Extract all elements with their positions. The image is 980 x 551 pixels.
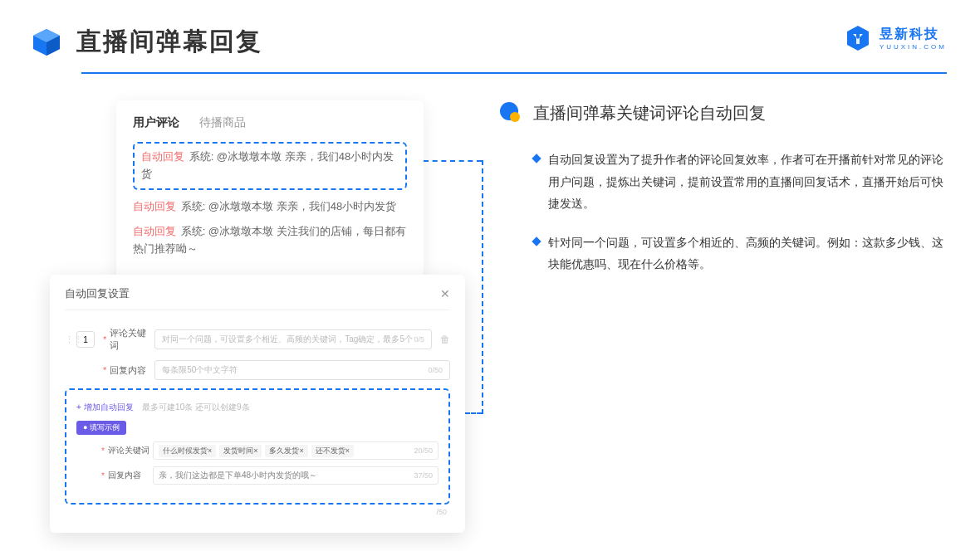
content-label: 回复内容 [110,364,154,377]
add-reply-link[interactable]: + 增加自动回复 [76,402,134,412]
chip[interactable]: 还不发货× [311,445,354,457]
brand-logo: 昱新科技 YUUXIN.COM [843,23,947,53]
connector [482,160,483,414]
close-icon[interactable]: ✕ [440,287,450,300]
bullet-item: 自动回复设置为了提升作者的评论回复效率，作者可在开播前针对常见的评论用户问题，提… [533,149,947,215]
brand-icon [843,23,873,53]
char-count: 0/5 [414,335,424,344]
char-count: 0/50 [428,366,443,374]
char-count: 37/50 [414,471,433,480]
brand-url: YUUXIN.COM [880,43,947,51]
page-title: 直播间弹幕回复 [76,25,262,59]
ex-content-label: 回复内容 [108,470,153,481]
reply-line: 自动回复 系统: @冰墩墩本墩 亲亲，我们48小时内发货 [133,198,407,216]
ex-content-input[interactable]: 亲，我们这边都是下单48小时内发货的哦～ 37/50 [153,466,439,485]
svg-point-4 [510,112,520,122]
reply-line: 自动回复 系统: @冰墩墩本墩 关注我们的店铺，每日都有热门推荐呦～ [133,223,407,258]
chip[interactable]: 多久发货× [265,445,307,457]
section-title: 直播间弹幕关键词评论自动回复 [533,102,766,124]
example-box: + 增加自动回复 最多可建10条 还可以创建9条 ● 填写示例 * 评论关键词 … [65,388,450,505]
add-hint: 最多可建10条 还可以创建9条 [142,402,249,412]
connector [424,160,482,162]
settings-title: 自动回复设置 [65,286,130,301]
tab-pending-goods[interactable]: 待播商品 [199,115,246,130]
required-star: * [103,334,106,344]
order-number[interactable]: 1 [76,331,95,348]
delete-icon[interactable]: 🗑 [440,334,450,345]
content-input[interactable]: 每条限50个中文字符 0/50 [154,360,450,380]
char-count: 20/50 [414,446,433,455]
reply-tag: 自动回复 [133,200,176,212]
settings-panel: 自动回复设置 ✕ ⋮⋮ 1 * 评论关键词 对同一个问题，可设置多个相近、高频的… [50,275,465,533]
comments-panel: 用户评论 待播商品 自动回复 系统: @冰墩墩本墩 亲亲，我们48小时内发货 自… [116,100,424,285]
connector [465,412,482,414]
reply-tag: 自动回复 [141,150,184,163]
required-star: * [101,471,105,480]
bullet-icon [498,100,523,125]
example-badge: ● 填写示例 [76,421,126,435]
ex-keyword-chips[interactable]: 什么时候发货× 发货时间× 多久发货× 还不发货× 20/50 [153,441,439,460]
cube-icon [30,26,63,59]
required-star: * [101,446,105,456]
keyword-input[interactable]: 对同一个问题，可设置多个相近、高频的关键词，Tag确定，最多5个 0/5 [154,329,432,349]
tab-user-comments[interactable]: 用户评论 [133,115,179,130]
tail-count: /50 [65,508,450,516]
bullet-item: 针对同一个问题，可设置多个相近的、高频的关键词。例如：这款多少钱、这块能优惠吗、… [533,232,947,276]
reply-tag: 自动回复 [133,225,176,237]
highlighted-reply: 自动回复 系统: @冰墩墩本墩 亲亲，我们48小时内发货 [133,142,407,190]
ex-keyword-label: 评论关键词 [108,445,153,456]
reply-text: 系统: @冰墩墩本墩 亲亲，我们48小时内发货 [181,200,397,212]
chip[interactable]: 什么时候发货× [159,445,216,457]
drag-handle-icon[interactable]: ⋮⋮ [65,334,73,345]
brand-name: 昱新科技 [880,26,947,43]
required-star: * [103,365,106,375]
keyword-label: 评论关键词 [110,327,154,352]
chip[interactable]: 发货时间× [219,445,262,457]
